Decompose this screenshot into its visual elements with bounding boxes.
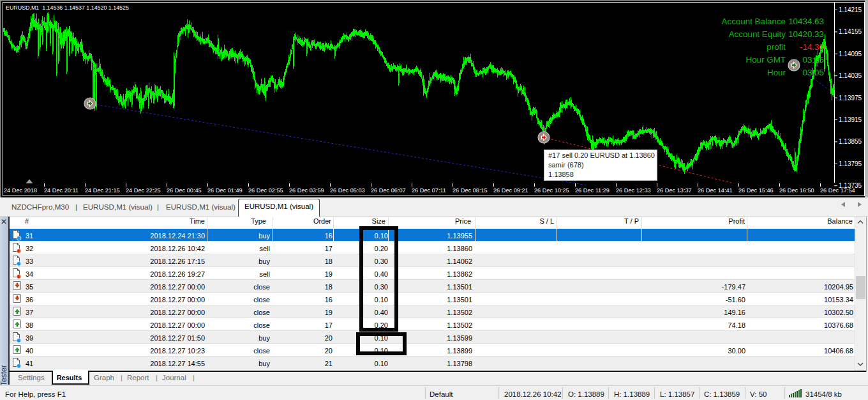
svg-text:26 Dec 00:45: 26 Dec 00:45 bbox=[167, 187, 202, 194]
svg-text:03:05: 03:05 bbox=[802, 68, 824, 77]
svg-text:26 Dec 11:29: 26 Dec 11:29 bbox=[575, 187, 610, 194]
svg-text:26 Dec 12:33: 26 Dec 12:33 bbox=[616, 187, 651, 194]
svg-text:Account Equity: Account Equity bbox=[729, 29, 786, 39]
svg-text:24 Dec 2018: 24 Dec 2018 bbox=[4, 187, 37, 194]
svg-text:1.14155: 1.14155 bbox=[839, 28, 862, 35]
svg-text:1.13915: 1.13915 bbox=[839, 116, 862, 123]
svg-text:1.14035: 1.14035 bbox=[839, 72, 862, 79]
svg-text:1.13795: 1.13795 bbox=[839, 160, 862, 167]
svg-text:1.13855: 1.13855 bbox=[839, 138, 862, 145]
svg-text:Hour: Hour bbox=[767, 68, 786, 77]
svg-text:26 Dec 10:25: 26 Dec 10:25 bbox=[534, 187, 569, 194]
svg-text:1.13858: 1.13858 bbox=[548, 171, 574, 178]
svg-text:24 Dec 20:11: 24 Dec 20:11 bbox=[44, 187, 79, 194]
svg-text:26 Dec 14:41: 26 Dec 14:41 bbox=[698, 187, 733, 194]
svg-text:26 Dec 08:15: 26 Dec 08:15 bbox=[453, 187, 488, 194]
svg-text:10420.33: 10420.33 bbox=[788, 29, 824, 39]
svg-text:1.14095: 1.14095 bbox=[839, 50, 862, 58]
svg-text:Hour GMT: Hour GMT bbox=[746, 55, 786, 65]
svg-text:26 Dec 17:54: 26 Dec 17:54 bbox=[820, 187, 855, 194]
svg-text:profit: profit bbox=[767, 42, 786, 52]
svg-text:1.13975: 1.13975 bbox=[839, 95, 862, 102]
svg-text:03:05: 03:05 bbox=[802, 55, 824, 65]
svg-text:1.14215: 1.14215 bbox=[839, 6, 862, 13]
svg-text:EURUSD,M1 1.14536 1.14537 1.1: EURUSD,M1 1.14536 1.14537 1.14520 1.1452… bbox=[6, 4, 129, 11]
svg-text:26 Dec 16:50: 26 Dec 16:50 bbox=[779, 187, 814, 194]
svg-text:26 Dec 07:11: 26 Dec 07:11 bbox=[412, 187, 446, 194]
svg-text:26 Dec 06:07: 26 Dec 06:07 bbox=[371, 187, 406, 194]
svg-text:10434.63: 10434.63 bbox=[788, 17, 824, 26]
svg-text:#17 sell 0.20 EURUSD at 1.1386: #17 sell 0.20 EURUSD at 1.13860 bbox=[548, 151, 655, 159]
svg-text:samir (678): samir (678) bbox=[548, 161, 584, 169]
svg-text:-14.30: -14.30 bbox=[800, 42, 824, 52]
svg-text:26 Dec 01:49: 26 Dec 01:49 bbox=[207, 187, 243, 194]
svg-text:26 Dec 15:46: 26 Dec 15:46 bbox=[738, 187, 774, 194]
svg-text:26 Dec 03:59: 26 Dec 03:59 bbox=[289, 187, 324, 194]
svg-text:Account Balance: Account Balance bbox=[722, 17, 786, 26]
svg-text:24 Dec 21:15: 24 Dec 21:15 bbox=[85, 187, 120, 194]
svg-text:26 Dec 09:21: 26 Dec 09:21 bbox=[493, 187, 528, 194]
svg-text:26 Dec 05:03: 26 Dec 05:03 bbox=[330, 187, 365, 194]
svg-text:26 Dec 02:55: 26 Dec 02:55 bbox=[248, 187, 283, 194]
svg-text:24 Dec 22:25: 24 Dec 22:25 bbox=[126, 187, 161, 194]
svg-text:26 Dec 13:37: 26 Dec 13:37 bbox=[657, 187, 692, 194]
